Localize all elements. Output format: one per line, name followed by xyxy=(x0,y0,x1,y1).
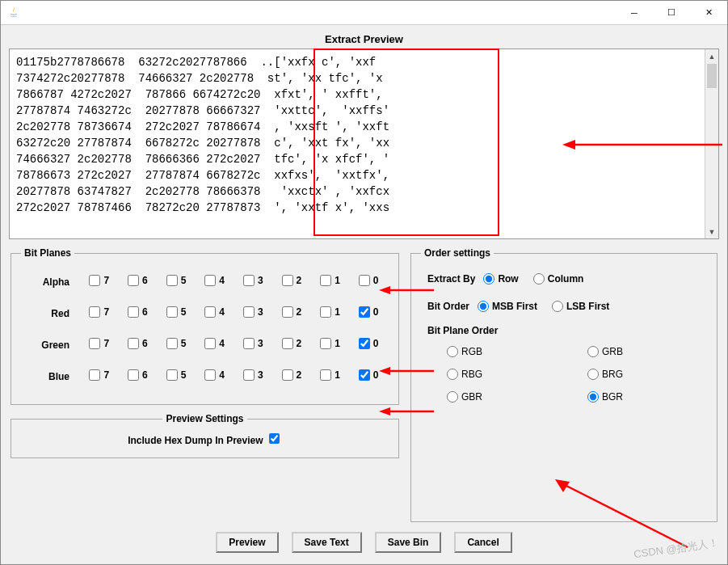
bit-checkbox-red-4[interactable] xyxy=(204,306,216,318)
bit-checkbox-blue-4[interactable] xyxy=(204,369,216,381)
bit-planes-legend: Bit Planes xyxy=(21,247,74,259)
bit-label: 5 xyxy=(181,338,187,349)
bit-checkbox-red-2[interactable] xyxy=(282,306,293,318)
bit-label: 5 xyxy=(181,306,187,318)
bit-label: 2 xyxy=(297,275,302,286)
bit-checkbox-green-5[interactable] xyxy=(166,338,178,349)
bit-checkbox-alpha-4[interactable] xyxy=(204,275,216,286)
bit-label: 0 xyxy=(373,275,379,286)
bit-checkbox-green-1[interactable] xyxy=(320,338,331,349)
preview-settings-fieldset: Preview Settings Include Hex Dump In Pre… xyxy=(11,413,399,458)
extract-by-option-label: Row xyxy=(498,273,518,285)
bit-label: 3 xyxy=(258,275,263,286)
bit-checkbox-green-3[interactable] xyxy=(243,338,255,349)
channel-label-red: Red xyxy=(23,298,79,328)
bit-label: 2 xyxy=(297,306,302,318)
bit-checkbox-red-1[interactable] xyxy=(320,306,331,318)
bit-checkbox-red-7[interactable] xyxy=(89,306,100,318)
bit-label: 1 xyxy=(335,338,340,349)
bit-order-label: Bit Order xyxy=(427,301,469,312)
bit-label: 2 xyxy=(297,369,302,381)
page-title: Extract Preview xyxy=(9,33,719,45)
bit-checkbox-green-0[interactable] xyxy=(359,338,370,349)
bit-checkbox-blue-7[interactable] xyxy=(89,369,100,381)
bit-checkbox-blue-1[interactable] xyxy=(320,369,331,381)
bit-label: 1 xyxy=(335,369,340,381)
bit-checkbox-alpha-3[interactable] xyxy=(243,275,255,286)
extract-by-option-label: Column xyxy=(548,273,584,285)
bit-label: 5 xyxy=(181,369,187,381)
bit-label: 6 xyxy=(142,369,148,381)
maximize-button[interactable]: ☐ xyxy=(653,1,690,24)
minimize-button[interactable]: ─ xyxy=(616,1,653,24)
bit-label: 7 xyxy=(103,338,109,349)
bit-label: 5 xyxy=(181,275,187,286)
extract-by-radio-column[interactable] xyxy=(533,273,545,285)
bit-label: 3 xyxy=(258,306,263,318)
order-settings-fieldset: Order settings Extract By RowColumn Bit … xyxy=(410,247,717,522)
bit-order-option-label: LSB First xyxy=(566,301,609,312)
bit-checkbox-alpha-7[interactable] xyxy=(89,275,100,286)
bit-label: 1 xyxy=(335,306,340,318)
plane-order-option-label: GBR xyxy=(461,391,482,403)
save-text-button[interactable]: Save Text xyxy=(292,532,362,553)
bit-checkbox-green-6[interactable] xyxy=(128,338,139,349)
scroll-up-icon[interactable]: ▲ xyxy=(705,49,718,63)
scrollbar-thumb[interactable] xyxy=(707,64,717,88)
extract-by-radio-row[interactable] xyxy=(483,273,494,285)
titlebar: ─ ☐ ✕ xyxy=(1,1,727,25)
bit-checkbox-red-0[interactable] xyxy=(359,306,370,318)
bit-checkbox-red-5[interactable] xyxy=(166,306,178,318)
channel-label-alpha: Alpha xyxy=(23,267,79,297)
bit-checkbox-alpha-6[interactable] xyxy=(128,275,139,286)
plane-order-option-label: GRB xyxy=(602,346,623,357)
cancel-button[interactable]: Cancel xyxy=(454,532,511,553)
extract-by-label: Extract By xyxy=(427,273,475,285)
bit-label: 4 xyxy=(219,275,225,286)
plane-order-option-label: RBG xyxy=(461,369,482,380)
bit-checkbox-blue-5[interactable] xyxy=(166,369,178,381)
scroll-down-icon[interactable]: ▼ xyxy=(705,225,718,238)
plane-order-radio-bgr[interactable] xyxy=(587,391,599,403)
bit-order-radio-msb-first[interactable] xyxy=(478,301,489,312)
include-hex-checkbox[interactable] xyxy=(269,433,280,444)
bit-checkbox-blue-2[interactable] xyxy=(282,369,293,381)
bit-checkbox-green-7[interactable] xyxy=(89,338,100,349)
bit-checkbox-blue-3[interactable] xyxy=(243,369,255,381)
close-button[interactable]: ✕ xyxy=(690,1,727,24)
bit-checkbox-alpha-0[interactable] xyxy=(359,275,370,286)
preview-text[interactable]: 01175b2778786678 63272c2027787866 ..['xx… xyxy=(10,49,705,238)
bit-checkbox-alpha-1[interactable] xyxy=(320,275,331,286)
bit-plane-order-label: Bit Plane Order xyxy=(421,320,707,339)
bit-checkbox-red-3[interactable] xyxy=(243,306,255,318)
plane-order-radio-brg[interactable] xyxy=(587,369,599,380)
bit-label: 0 xyxy=(373,338,379,349)
bit-order-radio-lsb-first[interactable] xyxy=(552,301,563,312)
bit-checkbox-green-2[interactable] xyxy=(282,338,293,349)
preview-settings-legend: Preview Settings xyxy=(162,413,246,424)
scrollbar[interactable]: ▲ ▼ xyxy=(705,49,718,238)
plane-order-option-label: RGB xyxy=(461,346,482,357)
bit-checkbox-alpha-5[interactable] xyxy=(166,275,178,286)
bit-label: 7 xyxy=(103,306,109,318)
bit-label: 4 xyxy=(219,306,225,318)
button-row: Preview Save Text Save Bin Cancel xyxy=(9,522,719,564)
bit-checkbox-alpha-2[interactable] xyxy=(282,275,293,286)
bit-checkbox-red-6[interactable] xyxy=(128,306,139,318)
save-bin-button[interactable]: Save Bin xyxy=(375,532,442,553)
bit-checkbox-blue-6[interactable] xyxy=(128,369,139,381)
bit-label: 2 xyxy=(297,338,302,349)
bit-label: 6 xyxy=(142,306,148,318)
preview-button[interactable]: Preview xyxy=(216,532,278,553)
plane-order-radio-rgb[interactable] xyxy=(447,346,458,357)
plane-order-radio-gbr[interactable] xyxy=(447,391,458,403)
bit-label: 4 xyxy=(219,369,225,381)
bit-checkbox-green-4[interactable] xyxy=(204,338,216,349)
plane-order-radio-grb[interactable] xyxy=(587,346,599,357)
bit-label: 3 xyxy=(258,338,263,349)
include-hex-text: Include Hex Dump In Preview xyxy=(128,435,263,446)
bit-label: 6 xyxy=(142,338,148,349)
plane-order-radio-rbg[interactable] xyxy=(447,369,458,380)
bit-checkbox-blue-0[interactable] xyxy=(359,369,370,381)
bit-label: 7 xyxy=(103,369,109,381)
